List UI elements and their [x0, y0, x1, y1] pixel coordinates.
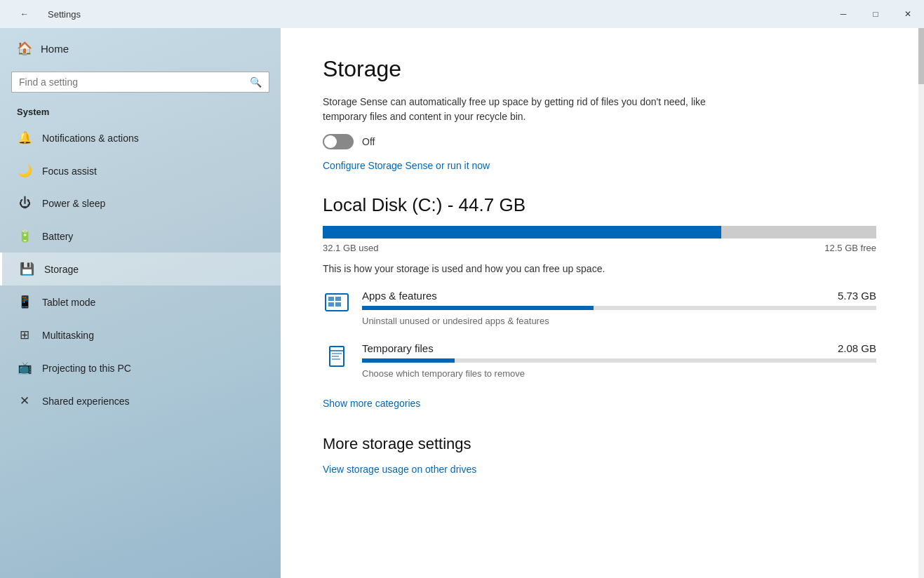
- disk-used-label: 32.1 GB used: [323, 243, 379, 253]
- svg-rect-4: [335, 302, 341, 307]
- disk-free-label: 12.5 GB free: [824, 243, 876, 253]
- maximize-button[interactable]: □: [859, 0, 892, 28]
- sidebar-item-focus[interactable]: 🌙 Focus assist: [0, 154, 281, 187]
- close-button[interactable]: ✕: [892, 0, 924, 28]
- configure-storage-link[interactable]: Configure Storage Sense or run it now: [323, 160, 490, 171]
- sidebar-item-focus-label: Focus assist: [42, 166, 97, 177]
- titlebar: ← Settings ─ □ ✕: [0, 0, 924, 28]
- svg-rect-7: [332, 353, 342, 354]
- notifications-icon: 🔔: [17, 130, 32, 145]
- storage-sense-toggle[interactable]: [323, 134, 354, 149]
- svg-rect-9: [332, 358, 340, 360]
- sidebar-search-box[interactable]: 🔍: [11, 72, 269, 93]
- temp-header: Temporary files 2.08 GB: [362, 342, 876, 354]
- shared-icon: ✕: [17, 394, 32, 408]
- storage-usage-desc: This is how your storage is used and how…: [323, 263, 876, 274]
- storage-sense-description: Storage Sense can automatically free up …: [323, 95, 716, 124]
- sidebar-item-multitasking[interactable]: ⊞ Multitasking: [0, 318, 281, 351]
- focus-icon: 🌙: [17, 163, 32, 178]
- more-storage-title: More storage settings: [323, 435, 876, 453]
- svg-rect-2: [335, 297, 341, 301]
- svg-rect-8: [332, 356, 339, 357]
- sidebar-item-power[interactable]: ⏻ Power & sleep: [0, 187, 281, 220]
- apps-size: 5.73 GB: [838, 290, 876, 302]
- search-input[interactable]: [19, 76, 250, 88]
- titlebar-left: ← Settings: [8, 0, 81, 28]
- apps-icon: [323, 291, 351, 321]
- sidebar-item-shared-label: Shared experiences: [42, 396, 130, 407]
- temp-icon: [323, 344, 351, 374]
- temp-bar-fill: [362, 358, 455, 363]
- toggle-knob: [324, 135, 337, 148]
- apps-desc: Uninstall unused or undesired apps & fea…: [362, 316, 549, 326]
- titlebar-title: Settings: [48, 9, 81, 20]
- apps-name: Apps & features: [362, 290, 437, 302]
- content-area: Storage Storage Sense can automatically …: [281, 28, 918, 578]
- sidebar-item-storage-label: Storage: [44, 264, 79, 275]
- sidebar-item-shared[interactable]: ✕ Shared experiences: [0, 384, 281, 417]
- disk-legend: 32.1 GB used 12.5 GB free: [323, 243, 876, 253]
- svg-rect-3: [328, 302, 334, 307]
- titlebar-controls: ─ □ ✕: [827, 0, 924, 28]
- storage-item-temp[interactable]: Temporary files 2.08 GB Choose which tem…: [323, 342, 876, 379]
- temp-size: 2.08 GB: [838, 342, 876, 354]
- sidebar-item-battery[interactable]: 🔋 Battery: [0, 220, 281, 253]
- disk-bar-free: [721, 226, 876, 238]
- sidebar-item-tablet[interactable]: 📱 Tablet mode: [0, 285, 281, 318]
- page-title: Storage: [323, 56, 876, 82]
- apps-header: Apps & features 5.73 GB: [362, 290, 876, 302]
- sidebar-item-projecting[interactable]: 📺 Projecting to this PC: [0, 351, 281, 384]
- sidebar-item-tablet-label: Tablet mode: [42, 297, 95, 308]
- app-body: 🏠 Home 🔍 System 🔔 Notifications & action…: [0, 28, 924, 578]
- sidebar-item-notifications-label: Notifications & actions: [42, 133, 139, 144]
- temp-content: Temporary files 2.08 GB Choose which tem…: [362, 342, 876, 379]
- sidebar-item-multitasking-label: Multitasking: [42, 330, 94, 341]
- temp-desc: Choose which temporary files to remove: [362, 368, 525, 379]
- sidebar-item-projecting-label: Projecting to this PC: [42, 363, 131, 374]
- minimize-button[interactable]: ─: [827, 0, 859, 28]
- sidebar: 🏠 Home 🔍 System 🔔 Notifications & action…: [0, 28, 281, 578]
- apps-content: Apps & features 5.73 GB Uninstall unused…: [362, 290, 876, 327]
- sidebar-item-home[interactable]: 🏠 Home: [0, 28, 281, 69]
- storage-icon: 💾: [19, 262, 34, 276]
- disk-bar-used: [323, 226, 721, 238]
- disk-section: Local Disk (C:) - 44.7 GB 32.1 GB used 1…: [323, 194, 876, 410]
- search-icon: 🔍: [250, 76, 262, 88]
- sidebar-item-notifications[interactable]: 🔔 Notifications & actions: [0, 121, 281, 154]
- back-button[interactable]: ←: [8, 0, 41, 28]
- sidebar-item-storage[interactable]: 💾 Storage: [0, 253, 281, 285]
- svg-rect-1: [328, 297, 334, 301]
- scrollbar[interactable]: [918, 28, 924, 578]
- more-storage-section: More storage settings View storage usage…: [323, 435, 876, 476]
- scrollbar-thumb[interactable]: [918, 28, 924, 84]
- sidebar-item-battery-label: Battery: [42, 231, 73, 242]
- battery-icon: 🔋: [17, 229, 32, 243]
- show-more-link[interactable]: Show more categories: [323, 398, 420, 409]
- home-icon: 🏠: [17, 41, 32, 56]
- sidebar-section-title: System: [0, 101, 281, 121]
- temp-name: Temporary files: [362, 342, 434, 354]
- toggle-label: Off: [362, 136, 375, 147]
- sidebar-item-power-label: Power & sleep: [42, 198, 105, 209]
- disk-bar: [323, 226, 876, 238]
- multitasking-icon: ⊞: [17, 328, 32, 342]
- storage-item-apps[interactable]: Apps & features 5.73 GB Uninstall unused…: [323, 290, 876, 327]
- temp-bar: [362, 358, 876, 363]
- apps-bar: [362, 306, 876, 310]
- storage-sense-toggle-row: Off: [323, 134, 876, 149]
- disk-title: Local Disk (C:) - 44.7 GB: [323, 194, 876, 216]
- view-storage-link[interactable]: View storage usage on other drives: [323, 464, 476, 475]
- power-icon: ⏻: [17, 196, 32, 210]
- projecting-icon: 📺: [17, 361, 32, 375]
- home-label: Home: [41, 43, 69, 55]
- apps-bar-fill: [362, 306, 594, 310]
- tablet-icon: 📱: [17, 295, 32, 309]
